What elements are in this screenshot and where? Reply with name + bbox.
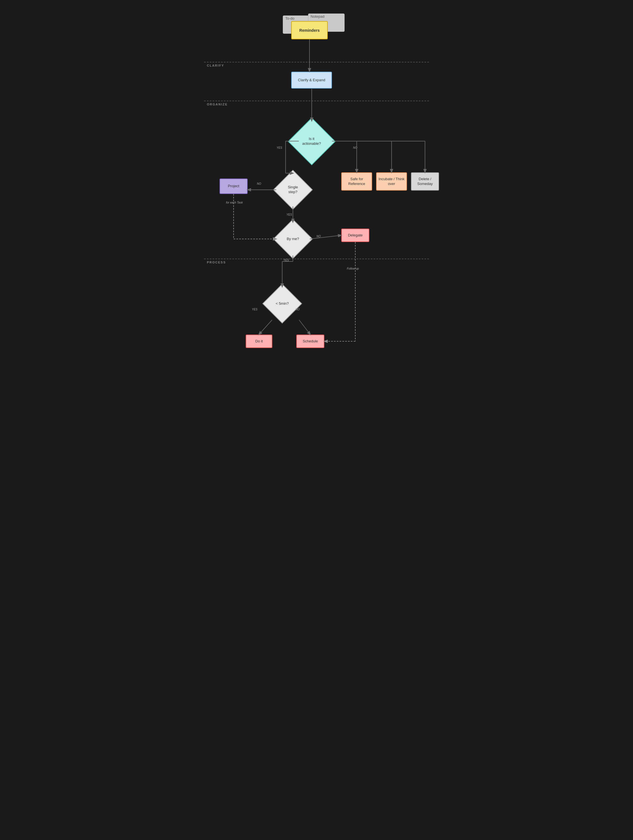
foreach-label: for each Task [226,201,243,204]
separator-clarify [204,62,429,62]
yes-label-byme: YES [283,259,289,262]
no-label-single: NO [257,182,261,185]
separator-process [204,259,429,259]
delete-box: Delete / Someday [411,172,439,191]
single-diamond: Single step? [276,173,310,207]
no-label-byme: NO [317,235,321,238]
section-organize: ORGANIZE [207,103,228,106]
schedule-box: Schedule [296,335,324,348]
section-process: PROCESS [207,261,226,264]
no-label-actionable: NO [353,146,357,149]
diagram-container: CLARIFY ORGANIZE PROCESS To-do Notepad R… [204,6,429,399]
fivemin-diamond: < 5min? [265,287,299,321]
reminders-card: Reminders [291,21,328,39]
followup-label: Follow up [347,267,359,270]
clarify-box: Clarify & Expand [291,72,332,88]
doit-box: Do it [246,335,272,348]
actionable-diamond: Is it actionable? [291,121,332,162]
section-clarify: CLARIFY [207,64,224,67]
incubate-box: Incubate / Think over [376,172,407,191]
safe-box: Safe for Reference [341,172,372,191]
yes-label-5min: YES [252,308,257,311]
no-label-5min: NO [295,308,300,311]
byme-diamond: By me? [276,222,310,256]
separator-organize [204,101,429,101]
project-box: Project [219,178,248,194]
delegate-box: Delegate [341,229,369,242]
svg-line-22 [299,320,310,335]
svg-line-21 [259,320,272,335]
svg-line-15 [310,235,341,239]
yes-label-actionable: YES [276,146,282,149]
yes-label-single: YES [286,213,292,216]
